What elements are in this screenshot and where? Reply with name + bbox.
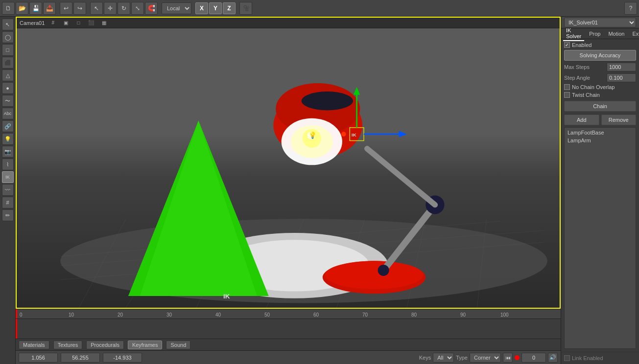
timeline-keys[interactable] — [16, 319, 561, 339]
ruler-mark-90: 90 — [460, 312, 466, 318]
open-btn[interactable]: 📂 — [16, 2, 28, 15]
enabled-checkbox[interactable] — [564, 42, 570, 48]
step-angle-label: Step Angle — [564, 75, 590, 81]
rotate-btn[interactable]: ↻ — [118, 2, 130, 15]
scale-btn[interactable]: ⤡ — [131, 2, 144, 15]
twist-chain-row: Twist Chain — [564, 92, 636, 98]
viewport[interactable]: Camera01 # ▣ □ ⬛ ▦ — [16, 17, 561, 309]
timeline-area: 0 10 20 30 40 50 60 70 80 90 100 Materia… — [16, 309, 561, 350]
lt-camera-btn[interactable]: 📷 — [2, 146, 14, 158]
lt-circle-btn[interactable]: ◯ — [2, 31, 14, 43]
lt-deform-btn[interactable]: ⌇ — [2, 159, 14, 170]
vp-mode-btn[interactable]: ⬛ — [87, 19, 95, 27]
no-chain-overlap-checkbox[interactable] — [564, 84, 570, 90]
chain-list[interactable]: LampFootBase LampArm — [564, 127, 636, 349]
max-steps-input[interactable] — [607, 63, 636, 71]
playhead — [16, 309, 17, 318]
main-layout: ↖ ◯ □ ⬛ △ ● 〜 Abc 🔗 💡 📷 ⌇ IK 〰 # ✏ Camer… — [0, 17, 639, 364]
vp-shading-btn[interactable]: ▣ — [61, 19, 70, 27]
vp-grid-btn[interactable]: # — [48, 19, 57, 27]
main-toolbar: 🗋 📂 💾 📥 ↩ ↪ ↖ ✛ ↻ ⤡ 🧲 Local X Y Z 🎥 ? — [0, 0, 639, 17]
step-angle-row: Step Angle — [564, 73, 636, 82]
lt-paint-btn[interactable]: ✏ — [2, 209, 14, 221]
snap-btn[interactable]: 🧲 — [145, 2, 158, 15]
lt-cone-btn[interactable]: △ — [2, 69, 14, 81]
tab-textures[interactable]: Textures — [53, 341, 83, 349]
lt-attach-btn[interactable]: 🔗 — [2, 120, 14, 132]
max-steps-label: Max Steps — [564, 64, 590, 70]
keys-label: Keys — [419, 355, 431, 361]
tab-procedurals[interactable]: Procedurals — [86, 341, 124, 349]
chain-btn[interactable]: Chain — [564, 101, 636, 112]
lt-box-btn[interactable]: ⬛ — [2, 57, 14, 68]
lt-curve-btn[interactable]: 〜 — [2, 95, 14, 107]
lt-ik-btn[interactable]: IK — [2, 171, 14, 183]
scene-svg: 💡 IK — [17, 18, 560, 308]
ruler-mark-60: 60 — [313, 312, 319, 318]
add-btn[interactable]: Add — [564, 114, 599, 125]
tab-sound[interactable]: Sound — [166, 341, 190, 349]
lt-wave-btn[interactable]: 〰 — [2, 184, 14, 196]
z-coord-btn[interactable]: Z — [223, 2, 236, 14]
save-btn[interactable]: 💾 — [29, 2, 42, 15]
lt-text-btn[interactable]: Abc — [2, 108, 14, 119]
coord-z: -14.933 — [103, 353, 142, 363]
twist-chain-checkbox[interactable] — [564, 92, 570, 98]
transform-dropdown[interactable]: Local — [162, 2, 191, 14]
ruler-mark-10: 10 — [69, 312, 74, 318]
timeline-ruler[interactable]: 0 10 20 30 40 50 60 70 80 90 100 — [16, 309, 561, 319]
type-label: Type — [456, 355, 468, 361]
lt-sphere-btn[interactable]: ● — [2, 82, 14, 94]
ruler-mark-20: 20 — [118, 312, 123, 318]
rp-title-dropdown[interactable]: IK_Solver01 — [564, 18, 636, 27]
ruler-mark-40: 40 — [215, 312, 221, 318]
move-btn[interactable]: ✛ — [104, 2, 117, 15]
keys-all-dropdown[interactable]: All — [433, 353, 454, 363]
left-toolbar: ↖ ◯ □ ⬛ △ ● 〜 Abc 🔗 💡 📷 ⌇ IK 〰 # ✏ — [0, 17, 16, 364]
list-item-lamparm[interactable]: LampArm — [566, 136, 635, 144]
ruler-mark-80: 80 — [411, 312, 417, 318]
type-corner-dropdown[interactable]: Corner — [470, 353, 501, 363]
vp-safe-btn[interactable]: ▦ — [99, 19, 108, 27]
rp-tab-prop[interactable]: Prop — [586, 30, 603, 38]
link-enabled-checkbox[interactable] — [564, 355, 570, 361]
link-enabled-row: Link Enabled — [564, 355, 636, 361]
camera-btn[interactable]: 🎥 — [239, 2, 252, 15]
x-coord-btn[interactable]: X — [195, 2, 208, 14]
redo-btn[interactable]: ↪ — [73, 2, 86, 15]
rp-content: Enabled Solving Accuracy Max Steps Step … — [561, 39, 639, 352]
keys-controls: Keys All Type Corner ⏮ 0 🔊 — [419, 353, 558, 363]
rp-tab-ext[interactable]: Ext — [629, 30, 639, 38]
svg-marker-32 — [354, 87, 360, 95]
lt-light-btn[interactable]: 💡 — [2, 133, 14, 145]
svg-line-17 — [367, 149, 435, 205]
y-coord-btn[interactable]: Y — [209, 2, 222, 14]
svg-text:💡: 💡 — [308, 131, 317, 139]
rp-tab-iksolver[interactable]: IK Solver — [563, 26, 584, 41]
twist-chain-label: Twist Chain — [572, 92, 600, 98]
tab-materials[interactable]: Materials — [19, 341, 49, 349]
step-angle-input[interactable] — [607, 73, 636, 82]
no-chain-overlap-row: No Chain Overlap — [564, 84, 636, 90]
rp-tab-motion[interactable]: Motion — [605, 30, 627, 38]
solving-accuracy-btn[interactable]: Solving Accuracy — [564, 50, 636, 61]
select-btn[interactable]: ↖ — [90, 2, 103, 15]
next-frame-btn[interactable]: 🔊 — [548, 353, 558, 363]
import-btn[interactable]: 📥 — [43, 2, 56, 15]
prev-frame-btn[interactable]: ⏮ — [503, 353, 513, 363]
lt-grid-btn[interactable]: # — [2, 197, 14, 208]
help-btn[interactable]: ? — [624, 2, 637, 15]
new-file-btn[interactable]: 🗋 — [2, 2, 15, 15]
list-item-lampfootbase[interactable]: LampFootBase — [566, 129, 635, 136]
svg-point-18 — [378, 265, 389, 276]
vp-wire-btn[interactable]: □ — [74, 19, 83, 27]
svg-text:IK: IK — [352, 132, 356, 137]
undo-btn[interactable]: ↩ — [60, 2, 72, 15]
svg-marker-28 — [140, 120, 257, 296]
lt-select-btn[interactable]: ↖ — [2, 19, 14, 30]
tab-keyframes[interactable]: Keyframes — [128, 341, 163, 349]
right-panel: IK_Solver01 IK Solver Prop Motion Ext En… — [561, 17, 639, 364]
viewport-canvas[interactable]: 💡 IK — [17, 18, 560, 308]
remove-btn[interactable]: Remove — [601, 114, 637, 125]
lt-square-btn[interactable]: □ — [2, 44, 14, 56]
